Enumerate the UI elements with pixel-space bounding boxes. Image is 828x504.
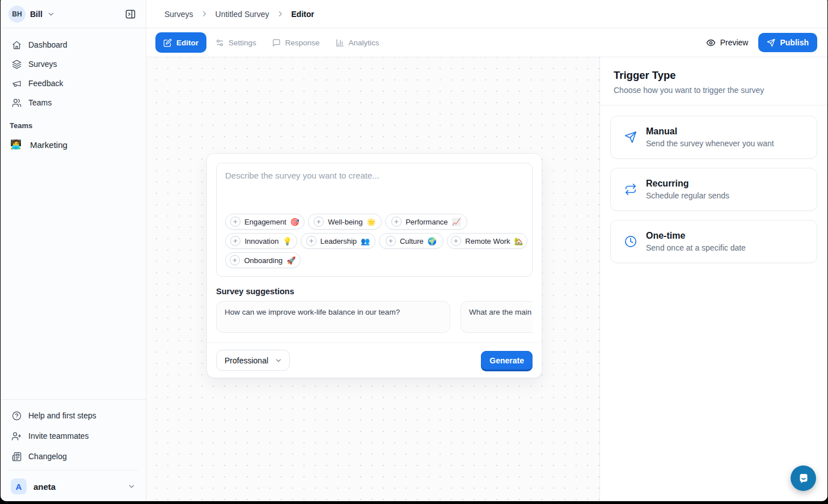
topic-chip-culture[interactable]: Culture 🌍 bbox=[379, 233, 443, 249]
plus-icon bbox=[314, 217, 324, 227]
topic-emoji: 💡 bbox=[282, 238, 292, 245]
topic-chip-remote-work[interactable]: Remote Work 🏡 bbox=[447, 233, 527, 249]
tone-selected-value: Professional bbox=[225, 356, 268, 365]
send-icon bbox=[624, 131, 637, 143]
topic-chip-wellbeing[interactable]: Well-being 🌟 bbox=[308, 214, 382, 230]
topic-chip-leadership[interactable]: Leadership 👥 bbox=[301, 233, 375, 249]
sidebar-item-team-marketing[interactable]: 🧑‍💻 Marketing bbox=[1, 134, 146, 155]
option-description: Send once at a specific date bbox=[646, 243, 746, 252]
panel-toggle-icon bbox=[125, 9, 136, 20]
chevron-down-icon bbox=[274, 357, 282, 365]
sidebar-item-invite[interactable]: Invite teammates bbox=[7, 426, 139, 446]
tone-select[interactable]: Professional bbox=[216, 350, 290, 371]
panel-subtitle: Choose how you want to trigger the surve… bbox=[614, 86, 814, 95]
sidebar-nav: Dashboard Surveys Feedback Teams bbox=[1, 28, 146, 112]
topic-label: Remote Work bbox=[465, 237, 510, 245]
teams-section-label: Teams bbox=[1, 121, 146, 130]
topic-label: Leadership bbox=[320, 237, 357, 245]
topic-chip-performance[interactable]: Performance 📈 bbox=[385, 214, 467, 230]
clock-icon bbox=[624, 235, 637, 248]
sidebar-item-label: Changelog bbox=[28, 452, 67, 461]
topic-label: Performance bbox=[405, 218, 447, 226]
sidebar-collapse-button[interactable] bbox=[122, 6, 139, 23]
topic-chips: Engagement 🎯 Well-being 🌟 bbox=[225, 214, 529, 268]
main-area: Surveys Untitled Survey Editor Editor Se… bbox=[146, 0, 827, 501]
topic-chip-onboarding[interactable]: Onboarding 🚀 bbox=[225, 252, 301, 268]
topic-label: Innovation bbox=[244, 237, 278, 245]
home-icon bbox=[12, 40, 22, 50]
divider bbox=[9, 470, 138, 471]
breadcrumb-survey-title[interactable]: Untitled Survey bbox=[216, 10, 269, 19]
plus-icon bbox=[391, 217, 402, 227]
panel-title: Trigger Type bbox=[614, 69, 814, 82]
trigger-option-manual[interactable]: Manual Send the survey whenever you want bbox=[610, 116, 817, 159]
sidebar-item-teams[interactable]: Teams bbox=[7, 93, 139, 112]
suggestion-card[interactable]: How can we improve work-life balance in … bbox=[216, 301, 450, 333]
breadcrumb-surveys[interactable]: Surveys bbox=[164, 10, 193, 19]
suggestions-title: Survey suggestions bbox=[216, 287, 533, 296]
topic-emoji: 👥 bbox=[361, 238, 370, 245]
eye-icon bbox=[706, 38, 716, 48]
chevron-right-icon bbox=[200, 10, 209, 18]
settings-icon bbox=[216, 39, 224, 47]
repeat-icon bbox=[624, 183, 637, 196]
trigger-options: Manual Send the survey whenever you want… bbox=[600, 105, 827, 273]
plus-icon bbox=[230, 236, 240, 246]
survey-description-input[interactable] bbox=[225, 171, 529, 207]
user-avatar: A bbox=[11, 478, 27, 494]
chat-launcher-button[interactable] bbox=[791, 465, 816, 491]
topic-chip-innovation[interactable]: Innovation 💡 bbox=[225, 233, 297, 249]
topic-emoji: 🌟 bbox=[366, 218, 375, 226]
pencil-square-icon bbox=[163, 39, 172, 47]
chevron-down-icon bbox=[128, 482, 136, 490]
message-square-icon bbox=[272, 39, 281, 47]
sidebar-item-help[interactable]: Help and first steps bbox=[7, 405, 139, 426]
publish-button[interactable]: Publish bbox=[758, 33, 817, 52]
tab-label: Settings bbox=[229, 39, 256, 47]
preview-button[interactable]: Preview bbox=[706, 38, 749, 48]
topic-emoji: 🎯 bbox=[290, 218, 299, 226]
topic-label: Well-being bbox=[328, 218, 362, 226]
plus-icon bbox=[230, 255, 240, 265]
suggestion-card[interactable]: What are the main ob bbox=[461, 301, 533, 333]
trigger-option-one-time[interactable]: One-time Send once at a specific date bbox=[610, 220, 817, 263]
trigger-option-recurring[interactable]: Recurring Schedule regular sends bbox=[610, 168, 817, 211]
tab-settings[interactable]: Settings bbox=[209, 32, 263, 53]
sidebar-item-changelog[interactable]: Changelog bbox=[7, 446, 139, 467]
topic-chip-engagement[interactable]: Engagement 🎯 bbox=[225, 214, 305, 230]
plus-icon bbox=[306, 236, 316, 246]
app-window: BH Bill Dashboard Surveys Feedback bbox=[1, 0, 827, 501]
chat-bubble-icon bbox=[796, 471, 811, 486]
chevron-right-icon bbox=[276, 10, 285, 18]
generate-button[interactable]: Generate bbox=[481, 351, 533, 370]
tab-response[interactable]: Response bbox=[265, 32, 327, 53]
option-description: Send the survey whenever you want bbox=[646, 139, 774, 148]
sidebar-item-label: Help and first steps bbox=[28, 411, 96, 420]
plus-icon bbox=[230, 217, 240, 227]
sidebar-item-feedback[interactable]: Feedback bbox=[7, 74, 139, 93]
user-plus-icon bbox=[12, 431, 22, 441]
option-title: Manual bbox=[646, 126, 774, 137]
team-emoji-icon: 🧑‍💻 bbox=[10, 140, 22, 149]
topic-emoji: 🚀 bbox=[286, 257, 295, 264]
sidebar: BH Bill Dashboard Surveys Feedback bbox=[1, 0, 146, 501]
workspace-switcher[interactable]: BH Bill bbox=[9, 6, 55, 23]
tab-label: Response bbox=[285, 39, 320, 47]
help-circle-icon bbox=[12, 411, 22, 421]
sidebar-item-label: Invite teammates bbox=[28, 431, 89, 441]
tab-editor[interactable]: Editor bbox=[155, 32, 206, 53]
user-name: aneta bbox=[33, 482, 121, 492]
breadcrumb: Surveys Untitled Survey Editor bbox=[146, 0, 827, 28]
sidebar-item-label: Teams bbox=[28, 98, 52, 107]
workspace-name: Bill bbox=[30, 10, 43, 19]
prompt-card: Engagement 🎯 Well-being 🌟 bbox=[216, 163, 533, 277]
workspace-avatar: BH bbox=[9, 6, 26, 23]
sidebar-item-surveys[interactable]: Surveys bbox=[7, 54, 139, 74]
sidebar-item-dashboard[interactable]: Dashboard bbox=[7, 35, 139, 54]
sidebar-item-label: Feedback bbox=[28, 79, 63, 88]
tab-analytics[interactable]: Analytics bbox=[329, 32, 386, 53]
user-menu[interactable]: A aneta bbox=[7, 474, 139, 501]
topic-emoji: 📈 bbox=[452, 218, 461, 226]
plus-icon bbox=[451, 236, 461, 246]
chevron-down-icon bbox=[47, 10, 55, 18]
